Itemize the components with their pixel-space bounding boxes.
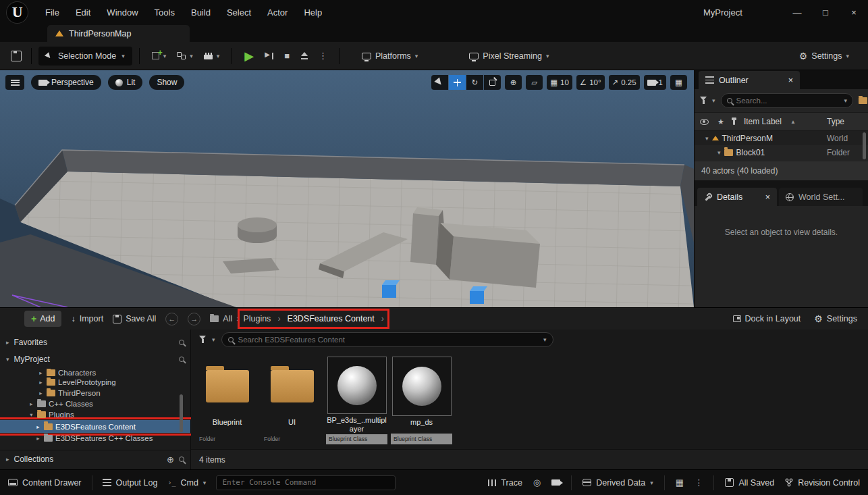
camera-speed-control[interactable]: 1 bbox=[644, 75, 666, 90]
revision-control-button[interactable]: Revision Control bbox=[785, 478, 860, 488]
tree-item-thirdperson[interactable]: ▸ ThirdPerson bbox=[0, 388, 190, 398]
plane-snap-toggle[interactable]: ▱ bbox=[526, 75, 543, 90]
sidebar-scrollbar[interactable] bbox=[180, 394, 183, 432]
surface-snap-toggle[interactable]: ⊕ bbox=[505, 75, 522, 90]
trace-button[interactable]: Trace bbox=[488, 478, 522, 488]
grid-snap-value[interactable]: 10 bbox=[560, 78, 569, 86]
play-options-kebab[interactable]: ⋮ bbox=[313, 47, 333, 66]
derived-data-dropdown[interactable]: Derived Data ▾ bbox=[582, 478, 653, 488]
close-icon[interactable]: × bbox=[765, 192, 770, 202]
maximize-button[interactable]: □ bbox=[811, 0, 840, 24]
asset-tile-blueprint-folder[interactable]: Blueprint Folder bbox=[196, 357, 258, 444]
console-command-field[interactable] bbox=[216, 475, 396, 490]
menu-select[interactable]: Select bbox=[219, 0, 259, 24]
breadcrumb-plugins[interactable]: Plugins bbox=[243, 314, 271, 323]
tree-item-characters[interactable]: ▸ Characters bbox=[0, 369, 190, 377]
search-icon[interactable] bbox=[179, 340, 184, 345]
dock-in-layout-button[interactable]: Dock in Layout bbox=[733, 314, 801, 323]
content-browser-settings-button[interactable]: ⚙ Settings bbox=[814, 313, 857, 324]
camera-speed-value[interactable]: 1 bbox=[659, 78, 663, 86]
menu-file[interactable]: File bbox=[37, 0, 67, 24]
settings-dropdown[interactable]: ⚙ Settings ▾ bbox=[794, 47, 855, 66]
skip-button[interactable] bbox=[259, 47, 279, 66]
collections-section[interactable]: ▸ Collections ⊕ bbox=[0, 450, 190, 468]
platforms-dropdown[interactable]: Platforms ▾ bbox=[356, 47, 423, 66]
save-all-button[interactable]: Save All bbox=[113, 314, 156, 323]
outliner-row-world[interactable]: ▾ ThirdPersonM World bbox=[695, 131, 868, 145]
menu-build[interactable]: Build bbox=[183, 0, 219, 24]
move-tool[interactable] bbox=[449, 75, 466, 90]
asset-search-input[interactable] bbox=[238, 336, 539, 344]
asset-search[interactable]: ▾ bbox=[221, 332, 553, 347]
outliner-row-folder[interactable]: ▾ Block01 Folder bbox=[695, 145, 868, 159]
menu-help[interactable]: Help bbox=[296, 0, 330, 24]
insights-grid-icon[interactable]: ▦ bbox=[676, 477, 684, 488]
add-actor-dropdown[interactable]: ▾ bbox=[146, 47, 172, 66]
scale-snap-value[interactable]: 0.25 bbox=[621, 78, 636, 86]
rotation-snap-toggle[interactable]: ∠ 10° bbox=[576, 75, 605, 90]
target-icon[interactable]: ◎ bbox=[533, 477, 541, 488]
star-icon[interactable]: ★ bbox=[717, 118, 724, 126]
rotation-snap-value[interactable]: 10° bbox=[589, 78, 601, 86]
asset-tile-mp-ds[interactable]: mp_ds Blueprint Class bbox=[391, 357, 452, 444]
tab-outliner[interactable]: Outliner × bbox=[699, 71, 800, 89]
select-tool[interactable] bbox=[431, 75, 448, 90]
unreal-logo-icon[interactable]: U bbox=[7, 2, 28, 23]
eye-icon[interactable] bbox=[700, 119, 709, 125]
viewport-menu-button[interactable] bbox=[5, 75, 24, 90]
tree-item-e3dsfeatures-content[interactable]: ▸ E3DSFeatures Content bbox=[0, 420, 190, 433]
content-drawer-button[interactable]: Content Drawer bbox=[8, 478, 82, 488]
add-button[interactable]: + Add bbox=[24, 311, 61, 327]
outliner-search-input[interactable] bbox=[736, 97, 840, 105]
add-folder-icon[interactable] bbox=[859, 97, 867, 104]
asset-tile-ui-folder[interactable]: UI Folder bbox=[261, 357, 323, 444]
kebab-icon[interactable]: ⋮ bbox=[695, 477, 703, 488]
tab-details[interactable]: Details × bbox=[697, 188, 777, 206]
add-collection-icon[interactable]: ⊕ bbox=[167, 454, 174, 465]
chevron-down-icon[interactable]: ▾ bbox=[705, 135, 709, 142]
breadcrumb-all[interactable]: All bbox=[223, 314, 232, 323]
column-type[interactable]: Type bbox=[827, 117, 844, 126]
menu-tools[interactable]: Tools bbox=[146, 0, 183, 24]
import-button[interactable]: ↓ Import bbox=[71, 314, 103, 323]
perspective-dropdown[interactable]: Perspective bbox=[31, 75, 101, 90]
outliner-scrollbar[interactable] bbox=[863, 132, 866, 159]
close-button[interactable]: × bbox=[840, 0, 868, 24]
all-saved-button[interactable]: All Saved bbox=[725, 478, 774, 488]
search-icon[interactable] bbox=[179, 457, 184, 462]
play-button[interactable]: ▶ bbox=[239, 47, 259, 66]
menu-actor[interactable]: Actor bbox=[259, 0, 296, 24]
filter-icon[interactable] bbox=[700, 97, 707, 105]
close-icon[interactable]: × bbox=[788, 76, 793, 85]
tree-item-plugins[interactable]: ▾ Plugins bbox=[0, 409, 190, 420]
column-item-label[interactable]: Item Label bbox=[744, 117, 782, 126]
tab-world-settings[interactable]: World Sett... bbox=[779, 188, 863, 206]
menu-edit[interactable]: Edit bbox=[67, 0, 99, 24]
asset-tile-bp-e3ds-multiplayer[interactable]: BP_e3ds_..multiplayer Blueprint Class bbox=[326, 357, 387, 444]
myproject-section[interactable]: ▾ MyProject bbox=[0, 350, 190, 367]
scale-snap-toggle[interactable]: ↗ 0.25 bbox=[609, 75, 640, 90]
eject-button[interactable] bbox=[295, 47, 313, 66]
tree-item-cpp-classes[interactable]: ▸ C++ Classes bbox=[0, 398, 190, 409]
blueprints-dropdown[interactable]: ▾ bbox=[171, 47, 198, 66]
chevron-down-icon[interactable]: ▾ bbox=[717, 149, 721, 156]
forward-button[interactable]: → bbox=[188, 313, 200, 325]
back-button[interactable]: ← bbox=[165, 313, 178, 325]
screenshot-icon[interactable] bbox=[551, 479, 560, 486]
stop-button[interactable]: ■ bbox=[279, 47, 295, 66]
tab-thirdpersonmap[interactable]: ThirdPersonMap bbox=[47, 25, 190, 42]
breadcrumb-sep-icon[interactable]: › bbox=[381, 314, 384, 323]
menu-window[interactable]: Window bbox=[99, 0, 146, 24]
show-dropdown[interactable]: Show bbox=[149, 75, 184, 90]
view-mode-dropdown[interactable]: Lit bbox=[108, 75, 143, 90]
pixel-streaming-dropdown[interactable]: Pixel Streaming ▾ bbox=[464, 47, 554, 66]
scale-tool[interactable] bbox=[484, 75, 501, 90]
pin-icon[interactable] bbox=[733, 120, 735, 125]
outliner-search[interactable]: ▾ bbox=[721, 93, 854, 108]
tree-item-e3dsfeatures-cpp-classes[interactable]: ▸ E3DSFeatures C++ Classes bbox=[0, 433, 190, 444]
viewport-layout-button[interactable]: ▦ bbox=[670, 75, 687, 90]
console-command-input[interactable] bbox=[222, 478, 389, 487]
cmd-dropdown[interactable]: ›_ Cmd ▾ bbox=[167, 478, 206, 488]
rotate-tool[interactable]: ↻ bbox=[466, 75, 483, 90]
tree-item-levelprototyping[interactable]: ▸ LevelPrototyping bbox=[0, 377, 190, 388]
